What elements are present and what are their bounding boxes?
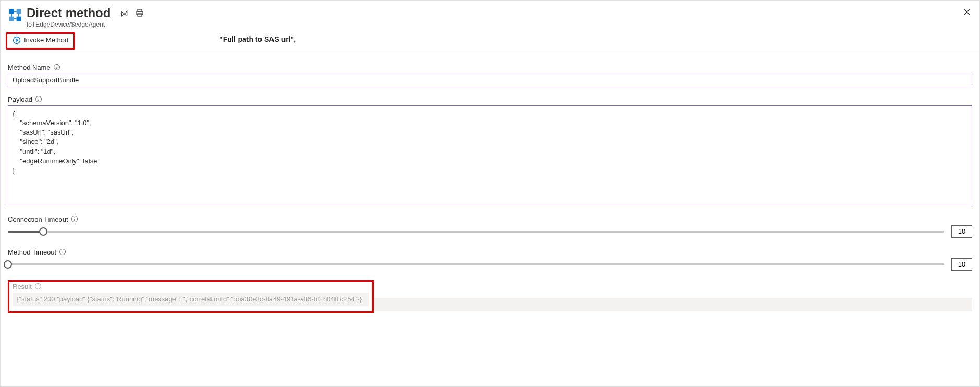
print-icon[interactable]: [135, 9, 144, 19]
connection-timeout-value[interactable]: [951, 225, 972, 238]
invoke-method-button[interactable]: Invoke Method: [9, 35, 71, 45]
method-timeout-label-row: Method Timeout i: [8, 248, 972, 256]
svg-rect-2: [9, 17, 14, 21]
form: Method Name i Payload i Connection Timeo…: [1, 54, 979, 271]
result-output: {"status":200,"payload":{"status":"Runni…: [13, 293, 369, 306]
sas-url-hint: "Full path to SAS url",: [219, 35, 296, 43]
breadcrumb: IoTEdgeDevice/$edgeAgent: [27, 21, 110, 28]
blade-header: Direct method IoTEdgeDevice/$edgeAgent: [1, 1, 979, 29]
result-section: Result i {"status":200,"payload":{"statu…: [8, 280, 972, 313]
direct-method-icon: [8, 8, 22, 22]
payload-label-row: Payload i: [8, 95, 972, 103]
method-timeout-value[interactable]: [951, 258, 972, 271]
info-icon[interactable]: i: [35, 96, 42, 102]
result-label-row: Result i: [13, 283, 369, 291]
method-name-label: Method Name: [8, 64, 51, 71]
method-timeout-label: Method Timeout: [8, 248, 56, 256]
info-icon[interactable]: i: [71, 216, 78, 222]
svg-rect-1: [17, 9, 21, 14]
method-name-label-row: Method Name i: [8, 64, 972, 71]
connection-timeout-label: Connection Timeout: [8, 215, 68, 223]
command-bar: Invoke Method: [1, 29, 979, 54]
svg-rect-8: [138, 9, 142, 11]
result-highlight: Result i {"status":200,"payload":{"statu…: [8, 280, 374, 313]
connection-timeout-label-row: Connection Timeout i: [8, 215, 972, 223]
payload-label: Payload: [8, 95, 32, 103]
method-timeout-slider-row: [8, 258, 972, 271]
info-icon[interactable]: i: [59, 249, 66, 255]
close-icon[interactable]: [963, 8, 971, 18]
invoke-method-label: Invoke Method: [24, 36, 68, 44]
svg-rect-3: [17, 17, 21, 21]
method-timeout-slider[interactable]: [8, 259, 944, 270]
invoke-method-highlight: Invoke Method: [6, 32, 75, 50]
method-name-input[interactable]: [8, 74, 972, 87]
pin-icon[interactable]: [120, 9, 128, 19]
info-icon[interactable]: i: [35, 283, 41, 289]
result-label: Result: [13, 283, 32, 291]
payload-input[interactable]: [8, 105, 972, 205]
page-title: Direct method: [27, 6, 110, 21]
connection-timeout-slider-row: [8, 225, 972, 238]
svg-rect-0: [9, 9, 14, 14]
connection-timeout-slider[interactable]: [8, 226, 944, 237]
result-output-bg: [374, 298, 972, 311]
info-icon[interactable]: i: [54, 64, 60, 70]
